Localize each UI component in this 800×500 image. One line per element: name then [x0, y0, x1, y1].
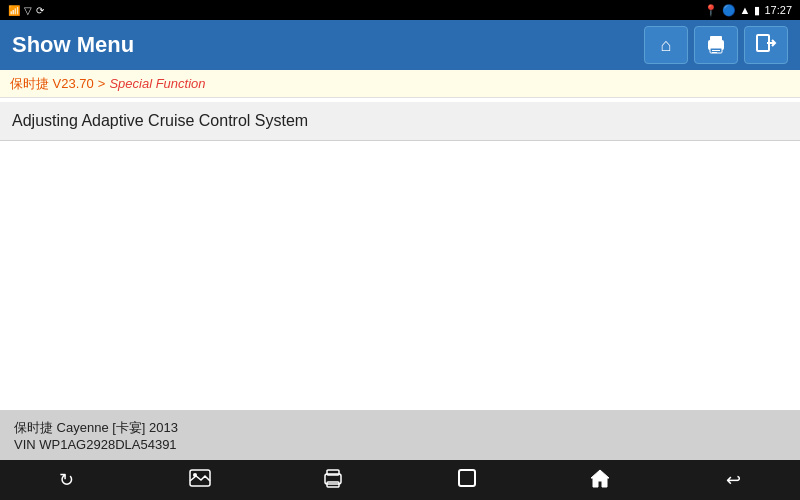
sim-icon: 📶	[8, 5, 20, 16]
svg-rect-11	[327, 470, 339, 475]
vehicle-model: 保时捷 Cayenne [卡宴] 2013	[14, 419, 786, 437]
square-nav-button[interactable]	[445, 463, 489, 497]
gallery-icon	[189, 469, 211, 492]
menu-list: Adjusting Adaptive Cruise Control System	[0, 98, 800, 145]
print-nav-button[interactable]	[311, 463, 355, 497]
svg-marker-13	[591, 470, 609, 487]
print-button[interactable]	[694, 26, 738, 64]
home-button[interactable]: ⌂	[644, 26, 688, 64]
exit-icon	[755, 33, 777, 57]
breadcrumb-arrow: >	[98, 76, 106, 91]
menu-item-cruise-control[interactable]: Adjusting Adaptive Cruise Control System	[0, 102, 800, 141]
svg-rect-3	[712, 50, 720, 51]
svg-rect-12	[459, 470, 475, 486]
gallery-nav-button[interactable]	[178, 463, 222, 497]
bottom-info-bar: 保时捷 Cayenne [卡宴] 2013 VIN WP1AG2928DLA54…	[0, 410, 800, 460]
notification-icon: ▽	[24, 5, 32, 16]
location-icon: 📍	[704, 4, 718, 17]
battery-icon: ▮	[754, 4, 760, 17]
svg-rect-2	[710, 36, 722, 41]
status-bar: 📶 ▽ ⟳ 📍 🔵 ▲ ▮ 17:27	[0, 0, 800, 20]
breadcrumb: 保时捷 V23.70 > Special Function	[0, 70, 800, 98]
vehicle-vin: VIN WP1AG2928DLA54391	[14, 437, 786, 452]
wifi-icon: ▲	[740, 4, 751, 16]
back-icon: ↩	[726, 469, 741, 491]
page-title: Show Menu	[12, 32, 134, 58]
home-icon: ⌂	[661, 35, 672, 56]
header-buttons: ⌂	[644, 26, 788, 64]
refresh-icon: ↻	[59, 469, 74, 491]
print-nav-icon	[322, 468, 344, 493]
header-bar: Show Menu ⌂	[0, 20, 800, 70]
svg-rect-4	[712, 52, 717, 53]
exit-button[interactable]	[744, 26, 788, 64]
bluetooth-icon: 🔵	[722, 4, 736, 17]
refresh-nav-button[interactable]: ↻	[45, 463, 89, 497]
sync-icon: ⟳	[36, 5, 44, 16]
time-display: 17:27	[764, 4, 792, 16]
back-nav-button[interactable]: ↩	[711, 463, 755, 497]
android-nav-bar: ↻	[0, 460, 800, 500]
square-icon	[458, 469, 476, 492]
status-left-icons: 📶 ▽ ⟳	[8, 5, 44, 16]
home-nav-icon	[589, 468, 611, 493]
home-nav-button[interactable]	[578, 463, 622, 497]
print-icon	[705, 34, 727, 57]
breadcrumb-part1: 保时捷 V23.70	[10, 75, 94, 93]
status-right-icons: 📍 🔵 ▲ ▮ 17:27	[704, 4, 792, 17]
breadcrumb-part2: Special Function	[109, 76, 205, 91]
